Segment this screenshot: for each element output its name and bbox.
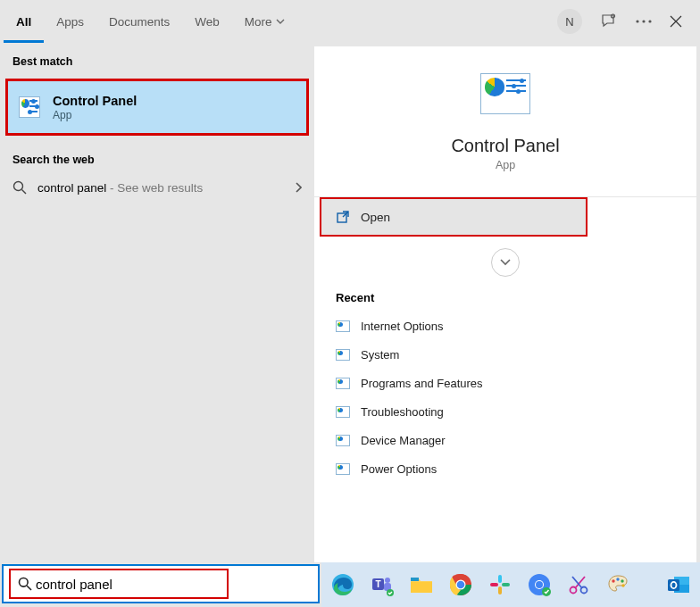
svg-line-8 (27, 586, 31, 590)
recent-item-label: Troubleshooting (361, 405, 444, 419)
recent-item[interactable]: Device Manager (336, 426, 696, 454)
open-icon (336, 210, 350, 224)
control-panel-icon (336, 349, 350, 361)
tab-more-label: More (245, 15, 272, 29)
svg-point-3 (648, 20, 651, 22)
recent-item-label: Internet Options (361, 320, 444, 333)
taskbar-teams-icon[interactable]: T (368, 570, 396, 599)
preview-pane: Control Panel App Open Recent Internet O… (314, 46, 696, 562)
chevron-down-icon (500, 259, 511, 266)
taskbar-edge-icon[interactable] (329, 570, 357, 599)
svg-point-33 (616, 578, 619, 580)
chevron-down-icon (276, 19, 285, 24)
svg-point-26 (536, 581, 543, 588)
taskbar-slack-icon[interactable] (486, 570, 514, 599)
taskbar-chrome-icon[interactable] (446, 570, 475, 599)
taskbar-file-explorer-icon[interactable] (407, 570, 436, 599)
svg-point-4 (14, 182, 23, 191)
recent-item-label: Programs and Features (361, 377, 483, 390)
user-avatar[interactable]: N (557, 9, 582, 34)
taskbar-outlook-icon[interactable] (664, 570, 693, 599)
svg-point-32 (612, 579, 614, 582)
search-web-heading: Search the web (0, 141, 314, 171)
svg-point-19 (457, 581, 465, 589)
control-panel-icon (336, 463, 350, 475)
tab-documents[interactable]: Documents (96, 0, 182, 43)
open-button[interactable]: Open (320, 197, 588, 237)
expand-button[interactable] (491, 248, 520, 277)
svg-rect-38 (668, 579, 679, 591)
preview-subtitle: App (496, 159, 515, 171)
feedback-icon[interactable] (600, 12, 618, 30)
tab-web[interactable]: Web (182, 0, 232, 43)
web-result-query: control panel (38, 181, 106, 195)
recent-item-label: Power Options (361, 462, 437, 476)
svg-point-35 (621, 584, 624, 586)
recent-item[interactable]: Troubleshooting (336, 397, 696, 426)
control-panel-icon (336, 320, 350, 332)
web-result-text: control panel - See web results (38, 181, 203, 195)
close-icon[interactable] (670, 15, 682, 28)
search-icon (12, 180, 27, 195)
best-match-title: Control Panel (53, 94, 137, 108)
svg-point-34 (621, 579, 623, 582)
recent-list: Internet Options System Programs and Fea… (314, 312, 696, 483)
best-match-subtitle: App (53, 109, 137, 121)
search-icon (18, 577, 32, 591)
tab-all[interactable]: All (4, 0, 44, 43)
control-panel-icon (480, 73, 530, 114)
recent-heading: Recent (314, 277, 696, 312)
svg-rect-22 (498, 586, 502, 595)
taskbar-chrome-alt-icon[interactable] (525, 570, 554, 599)
taskbar-snip-icon[interactable] (564, 570, 593, 599)
tab-more[interactable]: More (232, 0, 297, 43)
results-pane: Best match Control Panel App Search the … (0, 43, 314, 562)
recent-item[interactable]: Internet Options (336, 312, 696, 340)
svg-point-1 (636, 20, 638, 22)
svg-point-14 (387, 589, 394, 596)
control-panel-icon (336, 406, 350, 418)
svg-point-12 (385, 578, 390, 583)
search-input[interactable] (36, 577, 221, 592)
svg-point-2 (642, 20, 645, 22)
web-result-row[interactable]: control panel - See web results (0, 171, 314, 204)
best-match-heading: Best match (0, 43, 314, 73)
preview-title: Control Panel (451, 136, 559, 156)
svg-rect-15 (411, 582, 432, 593)
control-panel-icon (336, 435, 350, 446)
recent-item-label: Device Manager (361, 434, 446, 447)
control-panel-icon (19, 96, 40, 118)
best-match-result[interactable]: Control Panel App (5, 79, 309, 136)
search-box[interactable] (2, 564, 320, 603)
svg-rect-20 (498, 575, 502, 583)
web-result-suffix: See web results (117, 181, 203, 195)
svg-rect-23 (490, 583, 498, 586)
tab-apps[interactable]: Apps (44, 0, 96, 43)
recent-item-label: System (361, 348, 399, 362)
svg-point-7 (20, 578, 29, 587)
recent-item[interactable]: Programs and Features (336, 369, 696, 397)
control-panel-icon (336, 378, 350, 389)
chevron-right-icon (295, 182, 302, 193)
svg-rect-21 (502, 583, 510, 586)
open-label: Open (361, 211, 390, 224)
recent-item[interactable]: Power Options (336, 454, 696, 483)
svg-rect-16 (411, 578, 419, 581)
taskbar-paint-icon[interactable] (604, 570, 632, 599)
search-tabs: All Apps Documents Web More N (0, 0, 700, 43)
taskbar: T (321, 562, 700, 607)
recent-item[interactable]: System (336, 340, 696, 369)
svg-line-5 (22, 190, 27, 195)
svg-text:T: T (375, 579, 380, 589)
more-options-icon[interactable] (636, 20, 652, 23)
